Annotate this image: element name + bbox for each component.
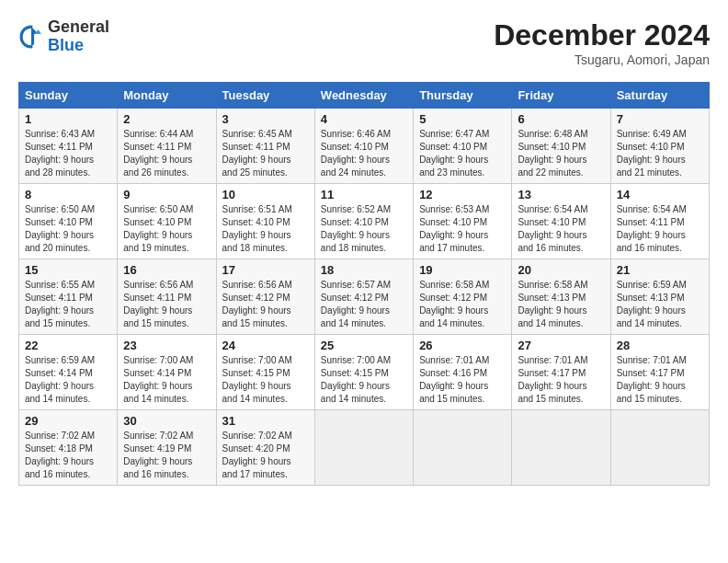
day-info: Sunrise: 6:54 AM Sunset: 4:10 PM Dayligh… (518, 203, 604, 255)
day-number: 19 (419, 263, 506, 277)
day-info: Sunrise: 7:02 AM Sunset: 4:20 PM Dayligh… (222, 430, 309, 481)
calendar-cell: 9Sunrise: 6:50 AM Sunset: 4:10 PM Daylig… (118, 184, 216, 259)
day-number: 2 (123, 112, 210, 126)
calendar-cell: 26Sunrise: 7:01 AM Sunset: 4:16 PM Dayli… (414, 335, 512, 410)
day-info: Sunrise: 6:47 AM Sunset: 4:10 PM Dayligh… (419, 128, 506, 179)
calendar-cell (414, 410, 512, 486)
day-info: Sunrise: 6:56 AM Sunset: 4:12 PM Dayligh… (222, 279, 309, 330)
day-info: Sunrise: 6:58 AM Sunset: 4:12 PM Dayligh… (419, 279, 506, 330)
calendar-cell: 25Sunrise: 7:00 AM Sunset: 4:15 PM Dayli… (314, 335, 413, 410)
calendar-cell: 24Sunrise: 7:00 AM Sunset: 4:15 PM Dayli… (216, 335, 314, 410)
calendar-cell: 31Sunrise: 7:02 AM Sunset: 4:20 PM Dayli… (216, 410, 314, 486)
weekday-header-monday: Monday (118, 83, 216, 109)
calendar-cell: 5Sunrise: 6:47 AM Sunset: 4:10 PM Daylig… (414, 109, 512, 184)
day-info: Sunrise: 7:01 AM Sunset: 4:16 PM Dayligh… (419, 354, 506, 406)
calendar-cell: 23Sunrise: 7:00 AM Sunset: 4:14 PM Dayli… (118, 335, 216, 410)
day-info: Sunrise: 6:49 AM Sunset: 4:10 PM Dayligh… (617, 128, 703, 179)
weekday-header-tuesday: Tuesday (216, 83, 314, 109)
calendar-cell (512, 410, 610, 486)
day-number: 5 (419, 112, 506, 126)
day-info: Sunrise: 6:46 AM Sunset: 4:10 PM Dayligh… (321, 128, 407, 179)
day-number: 28 (617, 339, 703, 352)
weekday-header-friday: Friday (512, 83, 610, 109)
weekday-header-saturday: Saturday (610, 83, 709, 109)
calendar-cell: 27Sunrise: 7:01 AM Sunset: 4:17 PM Dayli… (512, 335, 610, 410)
day-number: 8 (25, 188, 111, 201)
day-info: Sunrise: 7:01 AM Sunset: 4:17 PM Dayligh… (617, 354, 703, 406)
day-number: 27 (518, 339, 604, 352)
logo-text-general: General (48, 18, 109, 37)
day-number: 13 (518, 188, 604, 201)
page-header: General Blue December 2024 Tsugaru, Aomo… (18, 18, 710, 67)
day-number: 1 (25, 112, 111, 126)
day-number: 17 (222, 263, 309, 277)
day-number: 14 (617, 188, 703, 201)
day-info: Sunrise: 6:50 AM Sunset: 4:10 PM Dayligh… (25, 203, 111, 255)
day-number: 3 (222, 112, 309, 126)
calendar-cell: 19Sunrise: 6:58 AM Sunset: 4:12 PM Dayli… (414, 259, 512, 335)
day-info: Sunrise: 7:00 AM Sunset: 4:15 PM Dayligh… (321, 354, 407, 406)
day-number: 21 (617, 263, 703, 277)
day-info: Sunrise: 7:00 AM Sunset: 4:15 PM Dayligh… (222, 354, 309, 406)
calendar-table: SundayMondayTuesdayWednesdayThursdayFrid… (18, 82, 710, 486)
calendar-week-row: 15Sunrise: 6:55 AM Sunset: 4:11 PM Dayli… (19, 259, 710, 335)
calendar-cell: 8Sunrise: 6:50 AM Sunset: 4:10 PM Daylig… (19, 184, 118, 259)
calendar-week-row: 8Sunrise: 6:50 AM Sunset: 4:10 PM Daylig… (19, 184, 710, 259)
day-info: Sunrise: 6:56 AM Sunset: 4:11 PM Dayligh… (123, 279, 210, 330)
day-info: Sunrise: 6:44 AM Sunset: 4:11 PM Dayligh… (123, 128, 210, 179)
day-number: 9 (123, 188, 210, 201)
location: Tsugaru, Aomori, Japan (494, 52, 710, 67)
day-number: 22 (25, 339, 111, 352)
day-info: Sunrise: 6:43 AM Sunset: 4:11 PM Dayligh… (25, 128, 111, 179)
day-number: 4 (321, 112, 407, 126)
calendar-cell: 20Sunrise: 6:58 AM Sunset: 4:13 PM Dayli… (512, 259, 610, 335)
calendar-cell: 22Sunrise: 6:59 AM Sunset: 4:14 PM Dayli… (19, 335, 118, 410)
weekday-header-thursday: Thursday (414, 83, 512, 109)
calendar-cell: 4Sunrise: 6:46 AM Sunset: 4:10 PM Daylig… (314, 109, 413, 184)
day-number: 12 (419, 188, 506, 201)
day-info: Sunrise: 6:45 AM Sunset: 4:11 PM Dayligh… (222, 128, 309, 179)
day-number: 7 (617, 112, 703, 126)
calendar-cell (610, 410, 709, 486)
calendar-cell: 1Sunrise: 6:43 AM Sunset: 4:11 PM Daylig… (19, 109, 118, 184)
day-info: Sunrise: 6:57 AM Sunset: 4:12 PM Dayligh… (321, 279, 407, 330)
day-number: 25 (321, 339, 407, 352)
calendar-week-row: 1Sunrise: 6:43 AM Sunset: 4:11 PM Daylig… (19, 109, 710, 184)
calendar-cell: 14Sunrise: 6:54 AM Sunset: 4:11 PM Dayli… (610, 184, 709, 259)
calendar-cell: 17Sunrise: 6:56 AM Sunset: 4:12 PM Dayli… (216, 259, 314, 335)
day-info: Sunrise: 7:01 AM Sunset: 4:17 PM Dayligh… (518, 354, 604, 406)
day-info: Sunrise: 6:55 AM Sunset: 4:11 PM Dayligh… (25, 279, 111, 330)
day-info: Sunrise: 6:51 AM Sunset: 4:10 PM Dayligh… (222, 203, 309, 255)
day-info: Sunrise: 7:02 AM Sunset: 4:19 PM Dayligh… (123, 430, 210, 481)
logo: General Blue (18, 18, 109, 55)
day-info: Sunrise: 6:52 AM Sunset: 4:10 PM Dayligh… (321, 203, 407, 255)
day-info: Sunrise: 6:50 AM Sunset: 4:10 PM Dayligh… (123, 203, 210, 255)
day-number: 11 (321, 188, 407, 201)
calendar-cell: 3Sunrise: 6:45 AM Sunset: 4:11 PM Daylig… (216, 109, 314, 184)
day-info: Sunrise: 6:53 AM Sunset: 4:10 PM Dayligh… (419, 203, 506, 255)
day-number: 31 (222, 414, 309, 428)
logo-icon (18, 24, 44, 50)
day-number: 18 (321, 263, 407, 277)
day-number: 15 (25, 263, 111, 277)
day-number: 6 (518, 112, 604, 126)
day-number: 26 (419, 339, 506, 352)
calendar-cell (314, 410, 413, 486)
logo-text-blue: Blue (48, 37, 109, 55)
weekday-header-wednesday: Wednesday (314, 83, 413, 109)
day-number: 23 (123, 339, 210, 352)
day-info: Sunrise: 7:02 AM Sunset: 4:18 PM Dayligh… (25, 430, 111, 481)
calendar-cell: 18Sunrise: 6:57 AM Sunset: 4:12 PM Dayli… (314, 259, 413, 335)
day-info: Sunrise: 6:48 AM Sunset: 4:10 PM Dayligh… (518, 128, 604, 179)
day-number: 29 (25, 414, 111, 428)
title-block: December 2024 Tsugaru, Aomori, Japan (494, 18, 710, 67)
calendar-cell: 16Sunrise: 6:56 AM Sunset: 4:11 PM Dayli… (118, 259, 216, 335)
calendar-cell: 30Sunrise: 7:02 AM Sunset: 4:19 PM Dayli… (118, 410, 216, 486)
calendar-cell: 12Sunrise: 6:53 AM Sunset: 4:10 PM Dayli… (414, 184, 512, 259)
calendar-week-row: 29Sunrise: 7:02 AM Sunset: 4:18 PM Dayli… (19, 410, 710, 486)
day-info: Sunrise: 6:54 AM Sunset: 4:11 PM Dayligh… (617, 203, 703, 255)
day-info: Sunrise: 6:59 AM Sunset: 4:14 PM Dayligh… (25, 354, 111, 406)
calendar-cell: 11Sunrise: 6:52 AM Sunset: 4:10 PM Dayli… (314, 184, 413, 259)
calendar-cell: 28Sunrise: 7:01 AM Sunset: 4:17 PM Dayli… (610, 335, 709, 410)
day-info: Sunrise: 7:00 AM Sunset: 4:14 PM Dayligh… (123, 354, 210, 406)
